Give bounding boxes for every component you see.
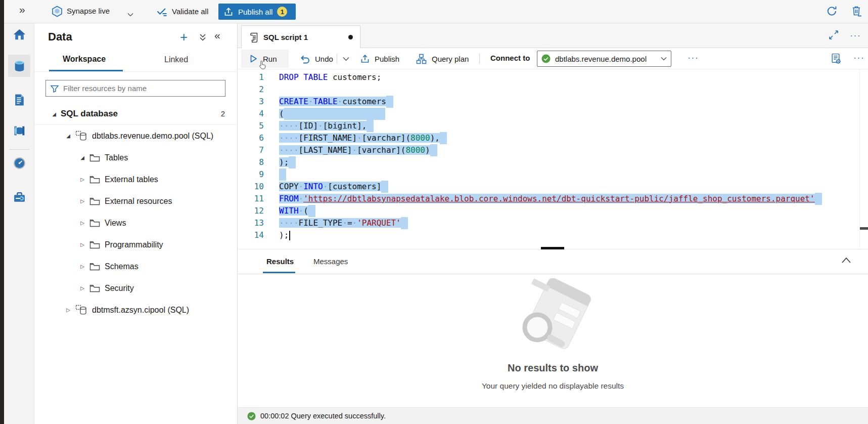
filter-input[interactable] (63, 84, 221, 93)
tree-item-4[interactable]: ▷Views (34, 212, 237, 234)
folder-icon (89, 175, 100, 184)
chevron-expanded-icon[interactable]: ◢ (79, 155, 86, 160)
line-number: 1 (238, 71, 264, 83)
publish-button[interactable]: Publish (357, 50, 402, 68)
filter-box[interactable] (45, 80, 225, 97)
chevron-expanded-icon[interactable]: ◢ (65, 133, 72, 139)
sidebar-item-data[interactable] (8, 55, 30, 77)
sidebar-item-home[interactable] (8, 23, 30, 46)
chevron-collapsed-icon[interactable]: ▷ (79, 198, 86, 204)
sidebar-item-monitor[interactable] (8, 152, 30, 174)
collapse-panel-icon[interactable]: « (214, 29, 220, 41)
tab-messages[interactable]: Messages (313, 257, 348, 266)
editor-more-actions-icon[interactable]: ··· (853, 53, 864, 62)
tree-item-6[interactable]: ▷Schemas (34, 256, 237, 277)
chevron-collapsed-icon[interactable]: ▷ (79, 220, 86, 226)
tree-item-label: Programmability (105, 240, 163, 249)
line-number: 7 (238, 144, 264, 156)
run-button[interactable]: Run (241, 50, 289, 68)
code-line-5[interactable]: 5····[ID]·[bigint], (238, 120, 868, 132)
toolbar-more-actions-icon[interactable]: ··· (688, 53, 699, 62)
query-plan-button[interactable]: Query plan (413, 50, 472, 68)
sql-code-editor[interactable]: 1DROP TABLE customers;23CREATE·TABLE·cus… (238, 69, 868, 247)
expand-menu-icon[interactable]: » (19, 4, 24, 16)
refresh-icon[interactable] (826, 5, 838, 17)
toolbox-icon (13, 191, 26, 204)
publish-all-button[interactable]: Publish all 1 (218, 4, 296, 20)
tree-item-8[interactable]: ▷dbtmsft.azsyn.cipool (SQL) (34, 299, 237, 321)
connect-to-label: Connect to (490, 54, 530, 62)
code-line-13[interactable]: 13····FILE_TYPE·=·'PARQUET' (238, 217, 868, 229)
sidebar-item-manage[interactable] (8, 186, 30, 208)
editor-scrollbar-thumb[interactable] (860, 227, 868, 230)
selection-highlight: FROM·'https://dbtlabsynapsedatalake.blob… (279, 194, 815, 203)
tree-item-1[interactable]: ◢Tables (34, 147, 237, 168)
tabs-divider (34, 71, 237, 72)
tab-workspace[interactable]: Workspace (63, 55, 106, 64)
database-icon (13, 59, 26, 73)
add-resource-button[interactable]: + (180, 29, 188, 45)
query-plan-icon (416, 53, 427, 65)
validate-all-button[interactable]: Validate all (156, 5, 208, 17)
tree-item-label: External resources (105, 197, 172, 206)
chevron-collapsed-icon[interactable]: ▷ (79, 264, 86, 269)
pool-select-dropdown[interactable]: dbtlabs.revenue.demo.pool (537, 51, 671, 67)
publish-all-label: Publish all (238, 8, 272, 16)
tab-more-actions-icon[interactable]: ··· (850, 30, 861, 40)
code-line-9[interactable]: 9 (238, 168, 868, 181)
filter-funnel-icon (50, 84, 59, 93)
undo-redo-dropdown-icon[interactable] (340, 50, 352, 68)
editor-toolbar: Run Undo Publish (238, 48, 868, 69)
code-line-1[interactable]: 1DROP TABLE customers; (238, 71, 868, 83)
chevron-expanded-icon[interactable]: ◢ (51, 111, 58, 117)
query-plan-label: Query plan (432, 55, 469, 63)
tree-item-3[interactable]: ▷External resources (34, 190, 237, 212)
tree-item-7[interactable]: ▷Security (34, 277, 237, 299)
sidebar-item-develop[interactable] (8, 89, 30, 111)
validate-icon (156, 5, 168, 17)
chevron-collapsed-icon[interactable]: ▷ (79, 242, 86, 247)
tab-sql-script-1[interactable]: SQL script 1 (241, 25, 360, 48)
mode-selector-label[interactable]: Synapse live (67, 7, 110, 15)
code-line-8[interactable]: 8); (238, 156, 868, 168)
code-line-10[interactable]: 10COPY·INTO·[customers] (238, 181, 868, 193)
tab-results[interactable]: Results (266, 257, 294, 266)
discard-icon[interactable] (851, 5, 862, 17)
tree-section-sql-database[interactable]: ◢ SQL database (34, 103, 237, 125)
collapse-all-icon[interactable] (199, 33, 206, 44)
code-line-7[interactable]: 7····[LAST_NAME]·[varchar](8000) (238, 144, 868, 156)
chevron-collapsed-icon[interactable]: ▷ (79, 177, 86, 182)
code-line-content (279, 168, 286, 181)
expand-editor-icon[interactable] (829, 30, 839, 40)
chevron-collapsed-icon[interactable]: ▷ (65, 307, 72, 313)
folder-icon (89, 284, 100, 292)
code-line-14[interactable]: 14); (238, 229, 868, 241)
folder-icon (89, 240, 100, 249)
tab-linked[interactable]: Linked (164, 55, 188, 64)
code-line-6[interactable]: 6····[FIRST_NAME]·[varchar](8000), (238, 132, 868, 144)
collapse-results-chevron-icon[interactable] (841, 256, 852, 266)
gauge-icon (13, 156, 26, 170)
chevron-down-icon[interactable] (127, 10, 133, 19)
selected-pool-name: dbtlabs.revenue.demo.pool (555, 55, 656, 63)
panel-title: Data (48, 30, 72, 44)
sidebar-item-integrate[interactable] (8, 119, 30, 142)
code-line-4[interactable]: 4( (238, 108, 868, 120)
tree-item-2[interactable]: ▷External tables (34, 168, 237, 190)
tree-item-0[interactable]: ◢dbtlabs.revenue.demo.pool (SQL) (34, 125, 237, 147)
code-line-2[interactable]: 2 (238, 83, 868, 96)
line-number: 3 (238, 96, 264, 108)
code-line-12[interactable]: 12WITH·( (238, 205, 868, 217)
code-line-11[interactable]: 11FROM·'https://dbtlabsynapsedatalake.bl… (238, 193, 868, 205)
properties-icon[interactable] (830, 53, 842, 64)
editor-scrollbar-track (859, 69, 860, 247)
tree-item-5[interactable]: ▷Programmability (34, 234, 237, 256)
selection-highlight: COPY·INTO·[customers] (279, 182, 381, 191)
synapse-studio-window: » Synapse live Validate all Publish all … (0, 0, 868, 424)
code-line-3[interactable]: 3CREATE·TABLE·customers (238, 96, 868, 108)
line-number: 4 (238, 108, 264, 120)
chevron-collapsed-icon[interactable]: ▷ (79, 285, 86, 291)
undo-button[interactable]: Undo (296, 50, 336, 68)
selection-highlight: ( (279, 109, 284, 118)
panel-resize-handle[interactable] (541, 247, 564, 249)
